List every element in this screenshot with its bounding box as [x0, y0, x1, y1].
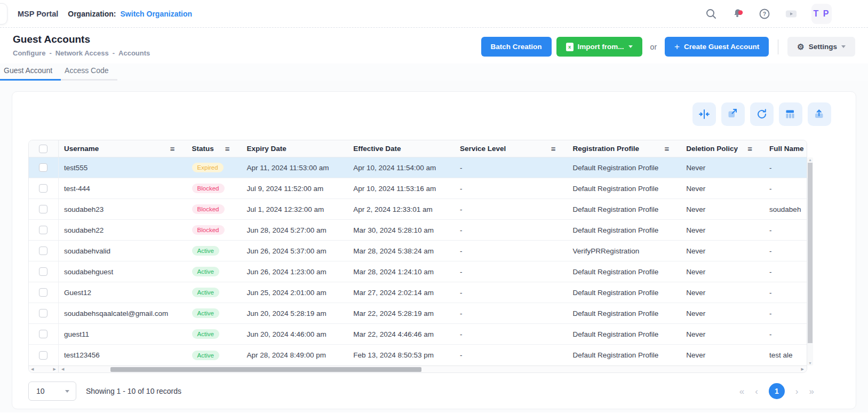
column-header-deletion-policy[interactable]: Deletion Policy≡ — [681, 140, 764, 157]
row-checkbox[interactable] — [39, 163, 47, 172]
horizontal-scroll-thumb[interactable] — [110, 367, 421, 372]
scroll-right-icon[interactable]: ▶ — [53, 366, 56, 372]
column-header-service-level[interactable]: Service Level≡ — [455, 140, 568, 157]
filter-icon[interactable]: ≡ — [747, 145, 752, 153]
column-header-expiry-date[interactable]: Expiry Date — [241, 140, 348, 157]
notifications-bell-icon[interactable] — [731, 7, 744, 20]
column-header-full-name[interactable]: Full Name — [764, 140, 807, 157]
table-row[interactable]: soudabehsqaalcatel@gmail.com Active Jun … — [29, 303, 807, 324]
table-toolbar — [28, 102, 831, 126]
table-row[interactable]: test123456 Active Apr 28, 2024 8:49:00 p… — [29, 345, 807, 366]
cell-registration-profile: Default Registration Profile — [568, 164, 681, 172]
row-checkbox[interactable] — [39, 267, 47, 276]
columns-button[interactable] — [779, 102, 802, 126]
table-row[interactable]: test-444 Blocked Jul 9, 2024 11:52:00 am… — [29, 178, 807, 199]
current-page-button[interactable]: 1 — [769, 383, 785, 399]
cell-expiry-date: Apr 28, 2024 8:49:00 pm — [241, 351, 348, 359]
table-row[interactable]: soudabeh23 Blocked Jul 1, 2024 12:32:00 … — [29, 199, 807, 220]
video-tour-icon[interactable] — [785, 7, 798, 20]
chevron-down-icon — [65, 390, 69, 393]
sidebar-handle[interactable] — [0, 3, 7, 25]
cell-service-level: - — [455, 351, 568, 359]
vertical-scroll-thumb[interactable] — [808, 163, 813, 343]
first-page-button[interactable]: « — [739, 387, 744, 396]
cell-service-level: - — [455, 330, 568, 338]
row-checkbox[interactable] — [39, 247, 47, 255]
page-size-select[interactable]: 10 — [28, 382, 76, 401]
create-guest-account-button[interactable]: + Create Guest Account — [665, 37, 769, 57]
column-header-username[interactable]: Username≡ — [59, 140, 187, 157]
batch-creation-button[interactable]: Batch Creation — [481, 37, 552, 57]
cell-deletion-policy: Never — [681, 226, 764, 234]
table-row[interactable]: test555 Expired Apr 11, 2024 11:53:00 am… — [29, 157, 807, 178]
table-row[interactable]: Guest12 Active Jun 25, 2024 2:01:00 am M… — [29, 282, 807, 303]
table-row[interactable]: guest11 Active Jun 20, 2024 4:46:00 am M… — [29, 324, 807, 345]
status-badge: Blocked — [192, 225, 225, 235]
settings-label: Settings — [809, 43, 837, 51]
cell-deletion-policy: Never — [681, 351, 764, 359]
cell-registration-profile: Default Registration Profile — [568, 351, 681, 359]
expand-table-button[interactable] — [721, 102, 745, 126]
help-icon[interactable]: ? — [758, 7, 771, 20]
cell-effective-date: Mar 28, 2024 1:24:10 am — [348, 268, 455, 276]
row-checkbox[interactable] — [39, 309, 47, 317]
last-page-button[interactable]: » — [809, 387, 814, 396]
column-label: Effective Date — [353, 145, 401, 153]
cell-full-name: - — [764, 164, 807, 172]
settings-button[interactable]: ⚙ Settings — [787, 37, 855, 57]
import-from-button[interactable]: x Import from... — [556, 37, 642, 57]
row-checkbox[interactable] — [39, 184, 47, 193]
cell-username: test123456 — [59, 351, 187, 359]
status-badge: Active — [192, 308, 219, 318]
select-all-checkbox[interactable] — [39, 145, 47, 153]
cell-username: test555 — [59, 164, 187, 172]
column-label: Full Name — [769, 145, 804, 153]
column-header-registration-profile[interactable]: Registration Profile≡ — [568, 140, 681, 157]
scroll-up-icon[interactable]: ▲ — [807, 158, 813, 162]
tab-guest-account[interactable]: Guest Account — [0, 63, 61, 81]
previous-page-button[interactable]: ‹ — [755, 387, 758, 396]
column-label: Status — [192, 145, 214, 153]
row-checkbox[interactable] — [39, 288, 47, 297]
column-header-status[interactable]: Status≡ — [187, 140, 242, 157]
scroll-left-icon[interactable]: ◀ — [61, 366, 64, 372]
cell-registration-profile: VerifyPRRegistration — [568, 247, 681, 255]
row-select-cell — [29, 345, 59, 366]
table-row[interactable]: soudabeh22 Blocked Jun 28, 2024 5:27:00 … — [29, 220, 807, 241]
scroll-right-icon[interactable]: ▶ — [801, 366, 804, 372]
fit-columns-button[interactable] — [692, 102, 716, 126]
breadcrumb: Configure - Network Access - Accounts — [13, 49, 150, 57]
tab-access-code[interactable]: Access Code — [61, 63, 117, 81]
row-checkbox[interactable] — [39, 351, 47, 360]
breadcrumb-item-network-access[interactable]: Network Access — [55, 49, 109, 57]
export-button[interactable] — [808, 102, 831, 126]
row-checkbox[interactable] — [39, 205, 47, 213]
table-row[interactable]: soudabehvalid Active Jun 26, 2024 5:37:0… — [29, 241, 807, 261]
filter-icon[interactable]: ≡ — [170, 145, 175, 153]
refresh-button[interactable] — [750, 102, 774, 126]
table-body: test555 Expired Apr 11, 2024 11:53:00 am… — [29, 157, 807, 366]
batch-creation-label: Batch Creation — [491, 43, 542, 51]
frozen-column-scrollbar: ◀ ▶ — [29, 366, 59, 372]
column-header-effective-date[interactable]: Effective Date — [348, 140, 455, 157]
column-label: Registration Profile — [573, 145, 640, 153]
user-avatar[interactable]: T P — [811, 4, 832, 24]
cell-service-level: - — [455, 289, 568, 297]
scroll-left-icon[interactable]: ◀ — [31, 366, 34, 372]
filter-icon[interactable]: ≡ — [665, 145, 670, 153]
cell-effective-date: Apr 2, 2024 12:33:01 am — [348, 205, 455, 213]
table-row[interactable]: soudabehguest Active Jun 26, 2024 1:23:0… — [29, 261, 807, 282]
filter-icon[interactable]: ≡ — [225, 145, 230, 153]
breadcrumb-item-configure[interactable]: Configure — [13, 49, 45, 57]
cell-full-name: test ale — [764, 351, 807, 359]
next-page-button[interactable]: › — [795, 387, 799, 396]
filter-icon[interactable]: ≡ — [551, 145, 556, 153]
breadcrumb-item-accounts[interactable]: Accounts — [118, 49, 150, 57]
switch-organization-link[interactable]: Switch Organization — [121, 10, 193, 18]
status-badge: Active — [192, 351, 219, 360]
search-icon[interactable] — [705, 7, 718, 20]
row-checkbox[interactable] — [39, 226, 47, 234]
row-checkbox[interactable] — [39, 330, 47, 338]
scroll-down-icon[interactable]: ▼ — [807, 361, 813, 365]
cell-deletion-policy: Never — [681, 185, 764, 193]
